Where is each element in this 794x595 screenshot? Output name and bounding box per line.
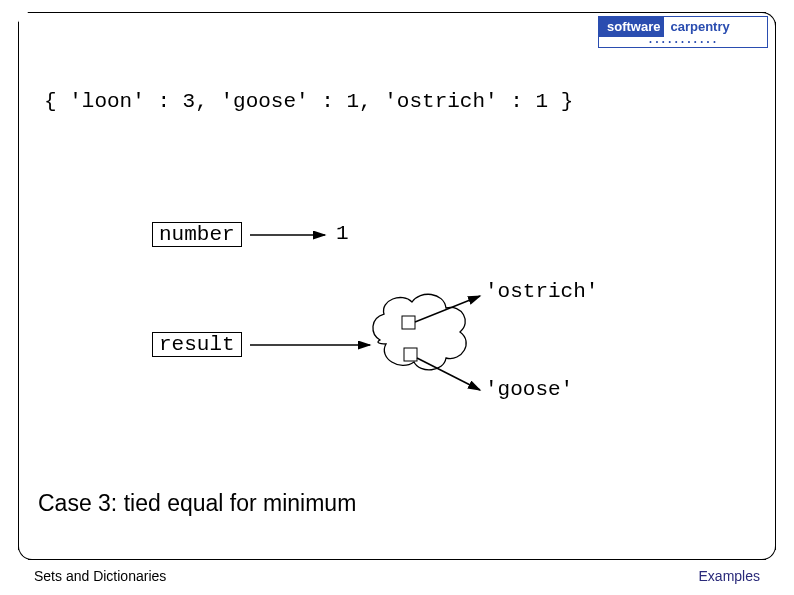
value-goose: 'goose' [485, 378, 573, 401]
footer-right: Examples [699, 568, 760, 584]
logo-subline: • • • • • • • • • • • [599, 37, 767, 47]
value-ostrich: 'ostrich' [485, 280, 598, 303]
footer-left: Sets and Dictionaries [34, 568, 166, 584]
value-1: 1 [336, 222, 349, 245]
software-carpentry-logo: software carpentry • • • • • • • • • • • [598, 16, 768, 48]
slide: software carpentry • • • • • • • • • • •… [0, 0, 794, 595]
code-line: { 'loon' : 3, 'goose' : 1, 'ostrich' : 1… [44, 90, 573, 113]
var-box-number: number [152, 222, 242, 247]
var-box-result: result [152, 332, 242, 357]
logo-text-left: software [599, 17, 664, 37]
slide-caption: Case 3: tied equal for minimum [38, 490, 356, 517]
logo-text-right: carpentry [664, 17, 767, 37]
